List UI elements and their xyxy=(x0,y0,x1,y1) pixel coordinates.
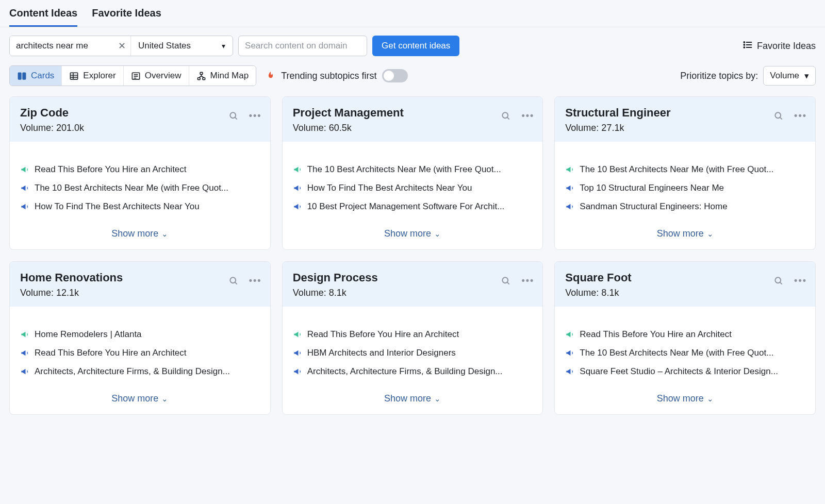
card-header: Square Foot Volume: 8.1k ••• xyxy=(555,262,815,307)
show-more-link[interactable]: Show more ⌄ xyxy=(384,393,441,404)
idea-row[interactable]: The 10 Best Architects Near Me (with Fre… xyxy=(565,160,805,179)
country-select[interactable]: United States ▾ xyxy=(131,36,233,56)
bullhorn-icon xyxy=(565,165,574,174)
topic-card: Square Foot Volume: 8.1k ••• Read This B… xyxy=(554,261,816,415)
show-more-link[interactable]: Show more ⌄ xyxy=(657,228,714,239)
idea-row[interactable]: Architects, Architecture Firms, & Buildi… xyxy=(293,362,533,381)
trending-toggle-group: Trending subtopics first xyxy=(266,69,407,82)
card-footer: Show more ⌄ xyxy=(283,386,543,414)
chevron-down-icon: ⌄ xyxy=(434,394,441,404)
topic-card: Home Renovations Volume: 12.1k ••• Home … xyxy=(9,261,271,415)
clear-keyword-button[interactable]: ✕ xyxy=(113,36,130,56)
idea-row[interactable]: How To Find The Best Architects Near You xyxy=(20,197,260,216)
idea-row[interactable]: Architects, Architecture Firms, & Buildi… xyxy=(20,362,260,381)
topic-card: Zip Code Volume: 201.0k ••• Read This Be… xyxy=(9,96,271,250)
idea-row[interactable]: Square Feet Studio – Architects & Interi… xyxy=(565,362,805,381)
idea-label: The 10 Best Architects Near Me (with Fre… xyxy=(307,164,501,175)
view-toolbar: Cards Explorer Overview Mind Map Trendin… xyxy=(0,60,825,96)
show-more-label: Show more xyxy=(657,393,704,404)
prioritize-label: Prioritize topics by: xyxy=(680,71,758,81)
idea-label: HBM Architects and Interior Designers xyxy=(307,348,456,358)
chevron-down-icon: ▾ xyxy=(222,42,225,50)
svg-line-25 xyxy=(507,117,509,119)
idea-row[interactable]: 10 Best Project Management Software For … xyxy=(293,197,533,216)
toggle-knob xyxy=(384,71,394,81)
card-body: Read This Before You Hire an Architect H… xyxy=(283,307,543,386)
search-icon xyxy=(773,111,784,121)
show-more-link[interactable]: Show more ⌄ xyxy=(657,393,714,404)
idea-label: 10 Best Project Management Software For … xyxy=(307,201,505,212)
bullhorn-icon xyxy=(565,330,574,339)
chevron-down-icon: ▾ xyxy=(804,71,809,81)
idea-label: Square Feet Studio – Architects & Interi… xyxy=(580,366,778,377)
idea-row[interactable]: Sandman Structural Engineers: Home xyxy=(565,197,805,216)
bullhorn-icon xyxy=(565,202,574,211)
view-overview-button[interactable]: Overview xyxy=(124,66,189,86)
card-footer: Show more ⌄ xyxy=(555,386,815,414)
idea-row[interactable]: The 10 Best Architects Near Me (with Fre… xyxy=(20,179,260,197)
trending-toggle[interactable] xyxy=(382,69,408,82)
svg-point-32 xyxy=(775,277,781,283)
idea-row[interactable]: How To Find The Best Architects Near You xyxy=(293,179,533,197)
favorite-ideas-link[interactable]: Favorite Ideas xyxy=(742,40,816,53)
card-search-button[interactable] xyxy=(500,109,512,122)
show-more-link[interactable]: Show more ⌄ xyxy=(111,228,168,239)
more-icon: ••• xyxy=(249,275,262,286)
view-overview-label: Overview xyxy=(145,71,182,81)
view-mind-map-button[interactable]: Mind Map xyxy=(189,66,256,86)
toolbar: ✕ United States ▾ Get content ideas Favo… xyxy=(0,27,825,60)
svg-point-30 xyxy=(503,277,508,283)
card-search-button[interactable] xyxy=(227,274,240,287)
card-more-button[interactable]: ••• xyxy=(520,274,535,287)
more-icon: ••• xyxy=(521,110,534,121)
show-more-label: Show more xyxy=(384,393,431,404)
keyword-input[interactable] xyxy=(10,36,113,56)
card-header: Project Management Volume: 60.5k ••• xyxy=(283,97,543,142)
bullhorn-icon xyxy=(293,165,302,174)
card-more-button[interactable]: ••• xyxy=(248,109,263,122)
idea-row[interactable]: Read This Before You Hire an Architect xyxy=(293,325,533,344)
card-more-button[interactable]: ••• xyxy=(793,109,808,122)
svg-rect-8 xyxy=(71,73,78,79)
tab-content-ideas[interactable]: Content Ideas xyxy=(9,0,77,27)
card-search-button[interactable] xyxy=(772,109,785,122)
idea-label: Home Remodelers | Atlanta xyxy=(35,329,142,340)
svg-point-26 xyxy=(775,112,781,118)
card-search-button[interactable] xyxy=(227,109,240,122)
tab-favorite-ideas[interactable]: Favorite Ideas xyxy=(92,0,161,27)
card-more-button[interactable]: ••• xyxy=(248,274,263,287)
show-more-link[interactable]: Show more ⌄ xyxy=(111,393,168,404)
card-search-button[interactable] xyxy=(500,274,512,287)
idea-row[interactable]: Read This Before You Hire an Architect xyxy=(20,344,260,362)
domain-search-input[interactable] xyxy=(238,36,367,56)
show-more-link[interactable]: Show more ⌄ xyxy=(384,228,441,239)
view-explorer-button[interactable]: Explorer xyxy=(62,66,123,86)
card-more-button[interactable]: ••• xyxy=(793,274,808,287)
idea-row[interactable]: Home Remodelers | Atlanta xyxy=(20,325,260,344)
idea-row[interactable]: HBM Architects and Interior Designers xyxy=(293,344,533,362)
idea-row[interactable]: The 10 Best Architects Near Me (with Fre… xyxy=(565,344,805,362)
idea-label: Top 10 Structural Engineers Near Me xyxy=(580,183,724,193)
mind-map-icon xyxy=(196,71,206,81)
idea-row[interactable]: The 10 Best Architects Near Me (with Fre… xyxy=(293,160,533,179)
bullhorn-icon xyxy=(20,330,29,339)
svg-line-31 xyxy=(507,282,509,284)
idea-label: Architects, Architecture Firms, & Buildi… xyxy=(307,366,503,377)
card-header: Design Process Volume: 8.1k ••• xyxy=(283,262,543,307)
card-actions: ••• xyxy=(772,274,808,287)
idea-row[interactable]: Top 10 Structural Engineers Near Me xyxy=(565,179,805,197)
card-header: Structural Engineer Volume: 27.1k ••• xyxy=(555,97,815,142)
idea-row[interactable]: Read This Before You Hire an Architect xyxy=(565,325,805,344)
prioritize-select[interactable]: Volume ▾ xyxy=(763,66,816,86)
card-volume: Volume: 27.1k xyxy=(565,123,805,133)
card-footer: Show more ⌄ xyxy=(283,221,543,249)
idea-label: Read This Before You Hire an Architect xyxy=(580,329,732,340)
get-content-ideas-button[interactable]: Get content ideas xyxy=(372,36,459,56)
card-more-button[interactable]: ••• xyxy=(520,109,535,122)
svg-line-23 xyxy=(235,117,237,119)
svg-rect-16 xyxy=(200,72,203,74)
view-cards-button[interactable]: Cards xyxy=(10,66,62,86)
card-search-button[interactable] xyxy=(772,274,785,287)
idea-row[interactable]: Read This Before You Hire an Architect xyxy=(20,160,260,179)
cards-grid: Zip Code Volume: 201.0k ••• Read This Be… xyxy=(0,96,825,427)
